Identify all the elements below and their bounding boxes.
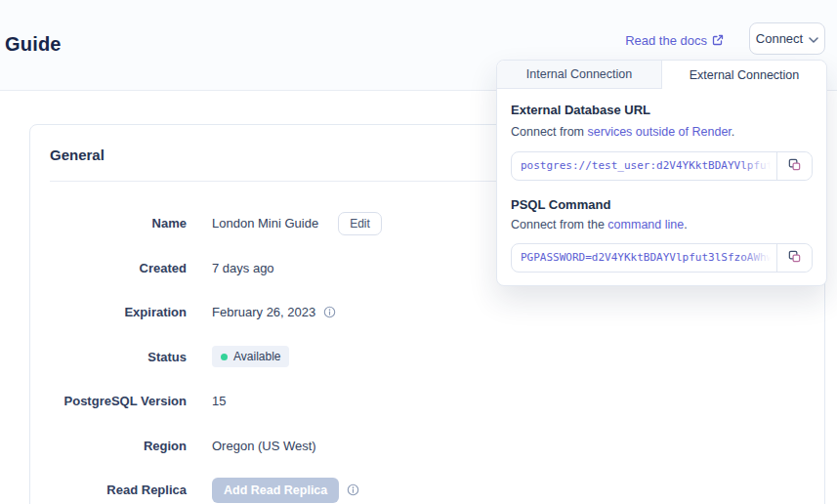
chevron-down-icon (809, 31, 818, 46)
info-icon[interactable] (347, 483, 359, 496)
field-value: London Mini Guide (212, 216, 318, 231)
field-label: Status (30, 350, 187, 364)
copy-psql-button[interactable] (776, 244, 812, 272)
psql-command-description: Connect from the command line. (511, 218, 813, 231)
field-row-read-replica: Read Replica Add Read Replica (30, 468, 824, 504)
add-read-replica-button[interactable]: Add Read Replica (212, 478, 339, 503)
external-db-url-field-group: postgres://test_user:d2V4YKktBDAYVlpfut3… (511, 151, 813, 181)
edit-name-button[interactable]: Edit (338, 212, 382, 235)
field-row-region: Region Oregon (US West) (30, 424, 824, 469)
field-label: Name (30, 216, 187, 231)
desc-text: . (732, 125, 734, 139)
general-heading: General (50, 147, 105, 163)
status-dot-icon (221, 354, 228, 360)
psql-command-heading: PSQL Command (511, 197, 813, 212)
field-value: 7 days ago (212, 261, 274, 275)
info-icon[interactable] (323, 306, 336, 318)
tab-internal-connection[interactable]: Internal Connection (497, 61, 662, 89)
read-the-docs-link[interactable]: Read the docs (625, 31, 724, 49)
status-badge-label: Available (233, 350, 280, 363)
external-connection-panel: External Database URL Connect from servi… (497, 89, 826, 286)
field-value: 15 (212, 394, 226, 408)
field-row-expiration: Expiration February 26, 2023 (30, 290, 824, 335)
external-db-url-heading: External Database URL (511, 103, 813, 117)
external-db-url-description: Connect from services outside of Render. (511, 125, 813, 139)
copy-icon (787, 249, 802, 267)
status-badge: Available (212, 346, 289, 367)
desc-text: . (684, 218, 687, 231)
external-db-url-value[interactable]: postgres://test_user:d2V4YKktBDAYVlpfut3… (512, 152, 776, 180)
copy-icon (787, 157, 802, 175)
field-value: February 26, 2023 (212, 305, 315, 319)
field-row-status: Status Available (30, 335, 824, 380)
field-label: PostgreSQL Version (30, 394, 187, 408)
desc-text: Connect from (511, 125, 588, 139)
external-link-icon (712, 34, 724, 46)
tab-external-connection[interactable]: External Connection (662, 61, 826, 89)
page-title: Guide (5, 33, 62, 56)
field-value: Oregon (US West) (212, 439, 316, 453)
psql-command-field-group: PGPASSWORD=d2V4YKktBDAYVlpfut3lSfzoAWhwb… (511, 243, 813, 273)
services-outside-render-link[interactable]: services outside of Render (588, 125, 732, 139)
connect-button-label: Connect (756, 31, 803, 46)
field-label: Created (30, 261, 187, 275)
field-label: Read Replica (30, 483, 187, 497)
command-line-link[interactable]: command line (607, 218, 684, 231)
field-row-postgresql-version: PostgreSQL Version 15 (30, 379, 824, 424)
docs-link-label: Read the docs (625, 33, 707, 48)
field-label: Region (30, 439, 187, 453)
desc-text: Connect from the (511, 218, 607, 231)
copy-url-button[interactable] (776, 152, 812, 180)
connect-popover: Internal Connection External Connection … (496, 60, 827, 286)
psql-command-value[interactable]: PGPASSWORD=d2V4YKktBDAYVlpfut3lSfzoAWhwb… (512, 244, 776, 272)
connect-button[interactable]: Connect (749, 22, 825, 55)
connection-tabs: Internal Connection External Connection (497, 61, 826, 89)
field-label: Expiration (30, 305, 187, 319)
